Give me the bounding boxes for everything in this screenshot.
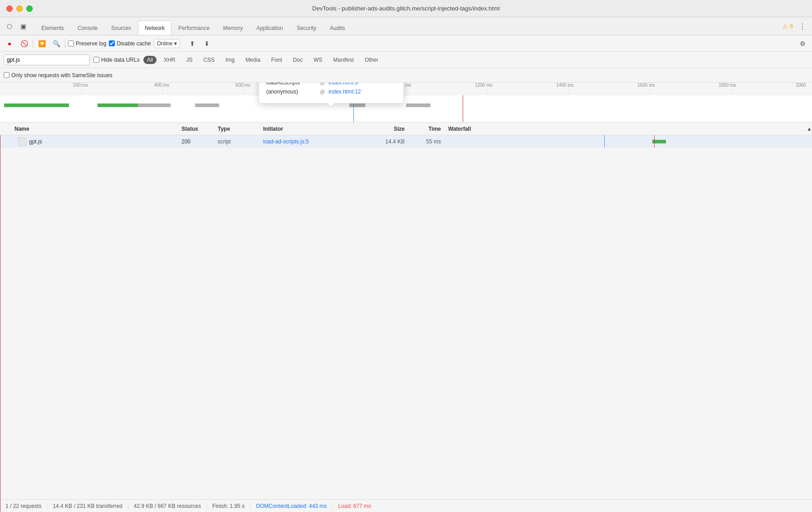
tab-audits[interactable]: Audits	[323, 20, 352, 35]
row-size: 14.4 KB	[363, 138, 408, 145]
preserve-log-checkbox[interactable]	[68, 40, 74, 46]
clear-button[interactable]: 🚫	[18, 38, 30, 49]
filter-js-button[interactable]: JS	[182, 56, 196, 64]
more-options-icon[interactable]: ⋮	[797, 20, 808, 32]
col-header-size[interactable]: Size	[363, 126, 408, 132]
timeline-bar-6	[406, 103, 430, 107]
filter-xhr-button[interactable]: XHR	[160, 56, 179, 64]
stack-row-2: loadAdScripts @ index.html:9	[266, 83, 396, 86]
devtools-icons: ⬡ ▣	[4, 20, 29, 32]
samesite-label[interactable]: Only show requests with SameSite issues	[4, 72, 113, 79]
tab-security[interactable]: Security	[290, 20, 323, 35]
wf-load-line	[654, 135, 655, 148]
record-button[interactable]: ●	[4, 38, 15, 49]
timeline-bars: loadGpt @ load-ad-scripts.js:5 loadAdScr…	[0, 95, 812, 123]
samesite-bar: Only show requests with SameSite issues	[0, 68, 812, 83]
stack-link-2[interactable]: index.html:9	[328, 83, 358, 86]
tab-performance[interactable]: Performance	[171, 20, 216, 35]
vline-domcontent-overlay	[0, 135, 0, 512]
export-icon[interactable]: ⬇	[201, 38, 213, 49]
timeline-bar-3	[138, 103, 171, 107]
inspect-icon[interactable]: ⬡	[4, 20, 15, 32]
filter-other-button[interactable]: Other	[361, 56, 382, 64]
search-icon[interactable]: 🔍	[50, 38, 62, 49]
stack-link-3[interactable]: index.html:12	[328, 89, 361, 95]
status-requests: 1 / 22 requests	[5, 503, 47, 509]
tab-network[interactable]: Network	[138, 20, 171, 35]
filter-all-button[interactable]: All	[143, 56, 157, 64]
tab-memory[interactable]: Memory	[216, 20, 249, 35]
popup-arrow-inner	[327, 103, 335, 107]
window-controls	[6, 5, 33, 12]
tab-elements[interactable]: Elements	[34, 20, 71, 35]
col-header-initiator[interactable]: Initiator	[263, 126, 363, 132]
filter-ws-button[interactable]: WS	[310, 56, 326, 64]
close-button[interactable]	[6, 5, 13, 12]
tab-sources[interactable]: Sources	[104, 20, 138, 35]
preserve-log-label[interactable]: Preserve log	[68, 40, 106, 47]
minimize-button[interactable]	[16, 5, 23, 12]
tabs-container: Elements Console Sources Network Perform…	[34, 20, 352, 35]
import-icon[interactable]: ⬆	[186, 38, 198, 49]
filter-media-button[interactable]: Media	[242, 56, 264, 64]
col-header-type[interactable]: Type	[218, 126, 263, 132]
settings-icon-area: ⚙	[797, 38, 808, 49]
search-input[interactable]	[4, 54, 90, 65]
tick-1800ms: 1800 ms	[719, 83, 736, 88]
vline-load-overlay	[0, 135, 0, 512]
warning-icon: ⚠	[783, 23, 788, 30]
disable-cache-checkbox[interactable]	[109, 40, 115, 46]
timeline-ticks: 200 ms 400 ms 600 ms 800 ms 1000 ms 1200…	[0, 83, 812, 95]
device-icon[interactable]: ▣	[17, 20, 29, 32]
stack-trace-popup: loadGpt @ load-ad-scripts.js:5 loadAdScr…	[259, 83, 404, 103]
timeline-bar-1	[4, 103, 69, 107]
row-type: script	[218, 138, 263, 145]
col-header-time[interactable]: Time	[408, 126, 445, 132]
filter-manifest-button[interactable]: Manifest	[330, 56, 357, 64]
window-title: DevTools - publisher-ads-audits.glitch.m…	[312, 5, 499, 12]
samesite-checkbox[interactable]	[4, 72, 10, 78]
status-transferred: 14.4 KB / 231 KB transferred	[47, 503, 128, 509]
tab-bar: ⬡ ▣ Elements Console Sources Network Per…	[0, 17, 812, 35]
filter-img-button[interactable]: Img	[222, 56, 238, 64]
maximize-button[interactable]	[26, 5, 33, 12]
status-load: Load: 677 ms	[333, 503, 377, 509]
hide-data-urls-label[interactable]: Hide data URLs	[93, 57, 140, 63]
stack-at-3: @	[320, 89, 325, 94]
row-time: 55 ms	[408, 138, 445, 145]
filter-css-button[interactable]: CSS	[200, 56, 218, 64]
tick-1200ms: 1200 ms	[475, 83, 492, 88]
filter-icon[interactable]: 🔽	[36, 38, 48, 49]
row-status: 200	[181, 138, 218, 145]
stack-fn-3: (anonymous)	[266, 89, 316, 95]
disable-cache-label[interactable]: Disable cache	[109, 40, 151, 47]
load-line	[463, 95, 463, 123]
status-finish: Finish: 1.95 s	[207, 503, 250, 509]
tab-console[interactable]: Console	[71, 20, 104, 35]
timeline-bar-5	[349, 103, 366, 107]
table-header: Name Status Type Initiator Size Time Wat…	[0, 123, 812, 135]
filter-doc-button[interactable]: Doc	[289, 56, 306, 64]
table-row[interactable]: gpt.js 200 script load-ad-scripts.js:5 1…	[0, 135, 812, 148]
tick-200ms: 200 ms	[73, 83, 88, 88]
row-waterfall	[445, 135, 812, 148]
import-export-area: ⬆ ⬇	[186, 38, 213, 49]
initiator-link[interactable]: load-ad-scripts.js:5	[263, 138, 309, 145]
throttle-select[interactable]: Online ▾	[154, 39, 181, 48]
row-name-cell: gpt.js	[0, 138, 181, 146]
toolbar-divider-2	[65, 39, 65, 48]
filter-font-button[interactable]: Font	[268, 56, 286, 64]
warning-count: 6	[790, 23, 793, 30]
tick-400ms: 400 ms	[154, 83, 169, 88]
hide-data-urls-checkbox[interactable]	[93, 57, 99, 63]
settings-icon[interactable]: ⚙	[797, 38, 808, 49]
col-header-status[interactable]: Status	[181, 126, 218, 132]
tab-application[interactable]: Application	[249, 20, 290, 35]
col-header-name[interactable]: Name	[0, 126, 181, 132]
stack-at-2: @	[320, 83, 325, 85]
warning-badge[interactable]: ⚠ 6	[783, 23, 793, 30]
sort-arrow-icon: ▲	[807, 126, 812, 132]
status-dom-content-loaded: DOMContentLoaded: 443 ms	[250, 503, 333, 509]
col-header-waterfall[interactable]: Waterfall ▲	[445, 126, 812, 132]
row-initiator: load-ad-scripts.js:5	[263, 138, 363, 145]
